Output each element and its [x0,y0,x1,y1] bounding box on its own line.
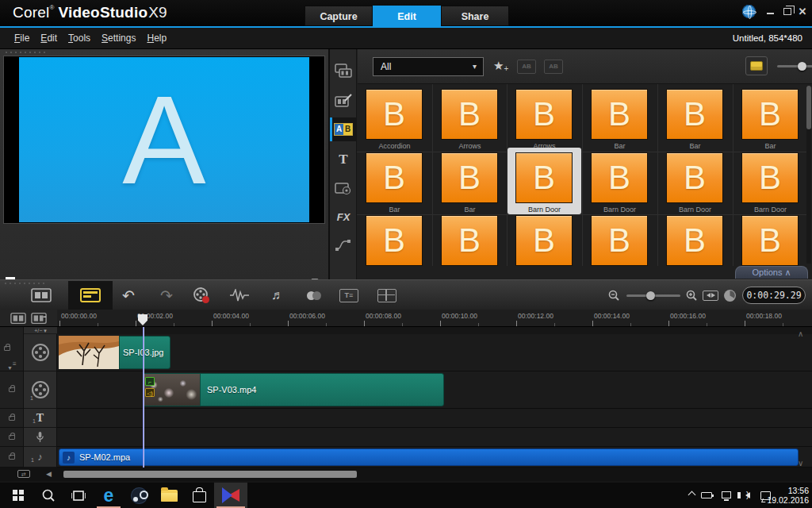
transition-item[interactable]: B [583,210,657,266]
add-remove-track-button[interactable]: +/− ▾ [24,327,57,334]
file-explorer-button[interactable] [154,483,184,508]
transition-item-arrows[interactable]: BArrows [508,84,581,151]
music-track[interactable]: ♪ SP-M02.mpa [57,447,812,468]
zoom-out-button[interactable] [603,286,625,305]
menu-tools[interactable]: Tools [68,33,90,44]
help-globe-icon[interactable] [742,5,756,18]
timeline-view-button[interactable] [68,281,113,310]
auto-music-button[interactable]: ♬ [266,286,289,305]
timeline-zoom-slider[interactable] [626,294,680,297]
transition-item-barn-door[interactable]: BBarn Door [658,148,732,214]
gallery-filter-select[interactable]: All ▾ [373,57,484,76]
transition-item-arrows[interactable]: BArrows [433,84,507,151]
thumbnail-view-button[interactable] [745,56,768,75]
transition-item[interactable]: B [433,210,507,266]
motion-path-category-button[interactable] [330,233,357,257]
menu-file[interactable]: File [14,33,29,44]
thumbnail-size-slider-handle[interactable] [798,62,806,71]
title-category-button[interactable]: T [330,148,357,171]
transition-item[interactable]: B [733,210,807,266]
menu-edit[interactable]: Edit [40,33,57,44]
tray-chevron-button[interactable] [689,492,695,498]
lock-icon[interactable] [4,346,10,351]
title-track[interactable] [57,409,812,428]
record-capture-button[interactable] [190,286,213,305]
steam-taskbar-button[interactable] [124,483,154,508]
video-clip[interactable]: SP-I03.jpg [59,336,170,369]
transition-item-bar[interactable]: BBar [433,148,507,214]
scroll-left-button[interactable]: ◀ [46,470,52,478]
swap-tracks-icon[interactable]: ⇄ [17,470,30,478]
sound-mixer-button[interactable] [228,286,251,305]
graphic-category-button[interactable] [330,176,357,200]
taskbar-clock[interactable]: 13:56 19.02.2016 [767,486,809,505]
transition-item[interactable]: B [358,210,431,266]
battery-tray-button[interactable] [701,492,712,498]
motion-tracking-button[interactable] [303,286,325,305]
storyboard-view-button[interactable] [30,286,52,305]
tab-capture[interactable]: Capture [304,6,373,26]
transition-item-bar[interactable]: BBar [733,84,807,151]
minimize-button[interactable] [764,6,776,17]
timeline-ruler[interactable]: 00:00:00.0000:00:02.0000:00:04.0000:00:0… [57,310,812,327]
multi-camera-button[interactable] [376,286,398,305]
transition-item-bar[interactable]: BBar [358,148,431,214]
transition-item-barn-door[interactable]: BBarn Door [733,148,807,214]
music-track-header[interactable]: 1 ♪ [24,447,57,468]
title-track-header[interactable]: 1 T [24,409,57,428]
transition-item-barn-door[interactable]: BBarn Door [583,148,657,214]
thumbnail-size-slider[interactable] [777,65,812,67]
overlay-track[interactable]: ⌐ ◁) SP-V03.mp4 [57,371,812,409]
timeline-zoom-handle[interactable] [646,291,655,300]
transition-item-barn-door[interactable]: BBarn Door [508,148,581,214]
track-manager-icon[interactable] [31,312,47,325]
network-tray-button[interactable] [722,491,731,498]
subtitle-editor-button[interactable]: T≡ [338,286,360,305]
edge-taskbar-button[interactable]: e [94,483,124,508]
transition-category-button[interactable]: A B [330,117,357,141]
timeline-timecode[interactable]: 0:00:29.29 [742,287,806,304]
tab-share[interactable]: Share [441,6,509,26]
video-track-header[interactable] [24,334,57,371]
transition-item-bar[interactable]: BBar [658,84,732,151]
menu-help[interactable]: Help [147,33,167,44]
add-to-favorites-button[interactable]: ★+ [493,59,508,73]
duration-button[interactable] [718,286,741,305]
ripple-edit-icon[interactable]: ≡ [13,360,17,368]
transition-item[interactable]: B [658,210,732,266]
playhead-line[interactable] [143,327,144,468]
scroll-tracks-down-icon[interactable]: ∨ [798,459,803,468]
music-clip[interactable]: ♪ SP-M02.mpa [59,448,799,466]
voice-track-header[interactable] [24,428,57,447]
media-category-button[interactable] [330,59,357,83]
lock-icon[interactable] [9,455,15,460]
close-button[interactable]: ✕ [796,6,809,17]
scroll-tracks-up-icon[interactable]: ∧ [798,329,803,338]
volume-tray-button[interactable] [745,492,750,498]
transition-item-accordion[interactable]: BAccordion [358,84,431,151]
redo-button[interactable]: ↷ [155,286,178,305]
task-view-button[interactable] [63,483,94,508]
lock-icon[interactable] [9,387,15,392]
menu-settings[interactable]: Settings [102,33,136,44]
lock-icon[interactable] [9,416,15,421]
search-button[interactable] [33,483,63,508]
voice-track[interactable] [57,428,812,447]
gallery-scrollbar[interactable] [806,86,811,264]
timeline-hscroll-thumb[interactable] [63,471,357,478]
gallery-scrollbar-thumb[interactable] [806,86,811,129]
videostudio-taskbar-button[interactable] [214,483,247,508]
collapse-caret-icon[interactable]: ▼ [7,365,13,371]
restore-button[interactable] [781,6,794,17]
transition-item-bar[interactable]: BBar [583,84,657,151]
transition-item[interactable]: B [508,210,581,266]
tab-edit[interactable]: Edit [373,6,441,26]
overlay-clip[interactable]: ⌐ ◁) SP-V03.mp4 [143,373,444,406]
instant-project-button[interactable] [330,89,357,113]
options-button[interactable]: Options ∧ [735,266,808,279]
show-all-tracks-icon[interactable] [10,312,26,325]
filter-category-button[interactable]: FX [330,205,357,229]
undo-button[interactable]: ↶ [117,286,140,305]
store-taskbar-button[interactable] [184,483,214,508]
video-track[interactable]: SP-I03.jpg [57,334,812,371]
